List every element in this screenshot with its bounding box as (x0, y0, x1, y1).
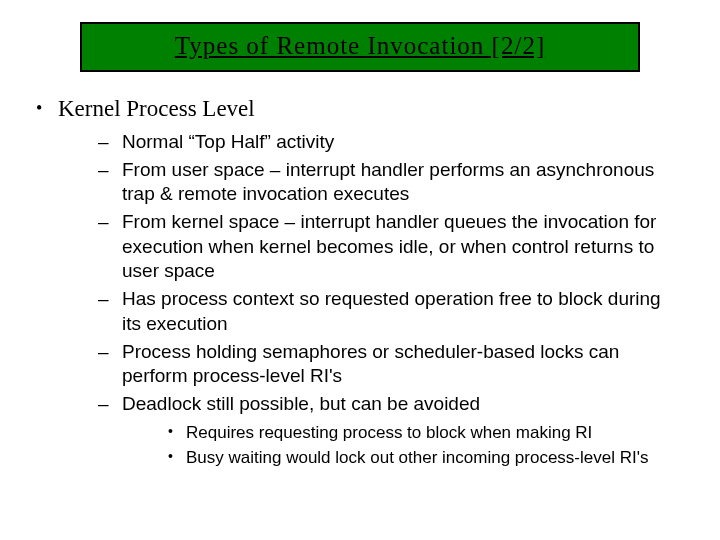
level2-item: Has process context so requested operati… (94, 287, 684, 336)
bullet-text: Normal “Top Half” activity (122, 131, 334, 152)
level2-list: Normal “Top Half” activity From user spa… (94, 130, 684, 470)
content-area: Kernel Process Level Normal “Top Half” a… (0, 96, 720, 470)
bullet-text: Deadlock still possible, but can be avoi… (122, 393, 480, 414)
level2-item: From user space – interrupt handler perf… (94, 158, 684, 207)
sub-bullet-text: Busy waiting would lock out other incomi… (186, 448, 648, 467)
level2-item: From kernel space – interrupt handler qu… (94, 210, 684, 284)
bullet-text: From user space – interrupt handler perf… (122, 159, 654, 205)
title-box: Types of Remote Invocation [2/2] (80, 22, 640, 72)
level3-list: Requires requesting process to block whe… (166, 421, 684, 471)
bullet-text: From kernel space – interrupt handler qu… (122, 211, 656, 281)
level3-item: Busy waiting would lock out other incomi… (166, 446, 684, 470)
level3-item: Requires requesting process to block whe… (166, 421, 684, 445)
level2-item: Normal “Top Half” activity (94, 130, 684, 155)
level1-list: Kernel Process Level Normal “Top Half” a… (32, 96, 684, 470)
bullet-text: Has process context so requested operati… (122, 288, 661, 334)
level2-item: Process holding semaphores or scheduler-… (94, 340, 684, 389)
level2-item: Deadlock still possible, but can be avoi… (94, 392, 684, 470)
slide-title: Types of Remote Invocation [2/2] (175, 32, 545, 59)
bullet-text: Process holding semaphores or scheduler-… (122, 341, 619, 387)
level1-item: Kernel Process Level Normal “Top Half” a… (32, 96, 684, 470)
sub-bullet-text: Requires requesting process to block whe… (186, 423, 592, 442)
level1-heading: Kernel Process Level (58, 96, 255, 121)
